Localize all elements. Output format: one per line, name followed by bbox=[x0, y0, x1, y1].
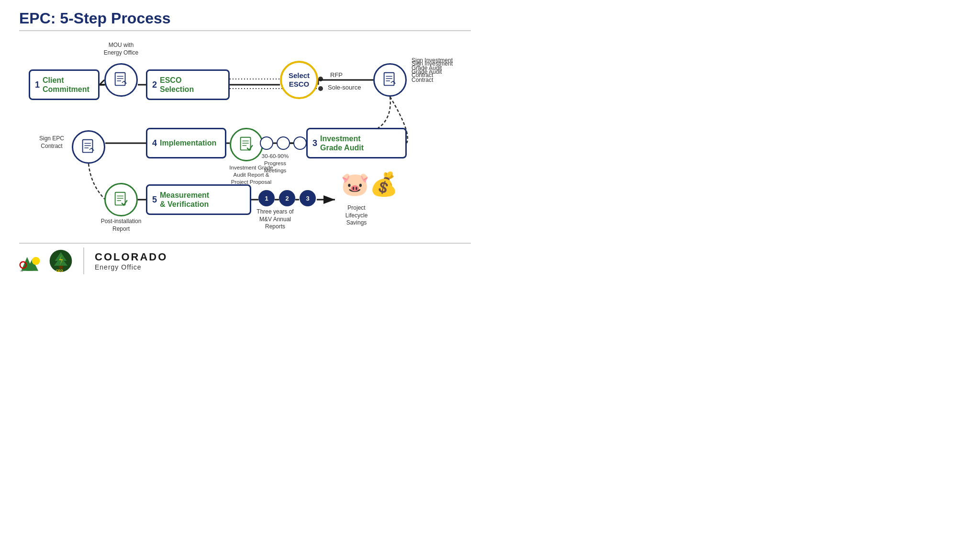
footer-colorado-text: COLORADO bbox=[95, 251, 167, 263]
step4-num: 4 bbox=[152, 139, 157, 147]
mou-circle bbox=[104, 63, 138, 97]
mv-year-2-circle: 2 bbox=[279, 190, 295, 206]
label-sign-epc: Sign EPCContract bbox=[33, 135, 71, 150]
colorado-flag-icon: TM bbox=[19, 249, 43, 273]
label-three-years: Three years ofM&V AnnualReports bbox=[254, 208, 297, 231]
label-rfp: RFP bbox=[330, 71, 343, 79]
mv-year-1-circle: 1 bbox=[258, 190, 275, 206]
svg-rect-30 bbox=[384, 73, 394, 86]
svg-rect-40 bbox=[241, 137, 251, 150]
svg-point-9 bbox=[318, 77, 323, 81]
step3-box: 3 InvestmentGrade Audit bbox=[306, 128, 407, 158]
label-sole-source: Sole-source bbox=[328, 84, 361, 92]
ceo-logo-icon: CEO bbox=[49, 249, 73, 273]
step3-label: InvestmentGrade Audit bbox=[320, 134, 364, 152]
footer-energy-office-text: Energy Office bbox=[95, 263, 167, 271]
progress-node-3 bbox=[293, 136, 307, 150]
progress-node-1 bbox=[260, 136, 273, 150]
label-mou: MOU withEnergy Office bbox=[100, 42, 143, 56]
top-divider bbox=[19, 30, 471, 31]
step2-label: ESCOSelection bbox=[160, 76, 194, 94]
step1-num: 1 bbox=[35, 80, 40, 89]
step2-num: 2 bbox=[152, 80, 157, 89]
sign-epc-doc-icon bbox=[79, 138, 98, 156]
step1-label: ClientCommitment bbox=[43, 76, 89, 94]
step3-num: 3 bbox=[312, 139, 317, 147]
svg-point-10 bbox=[318, 86, 323, 91]
step5-label: Measurement& Verification bbox=[160, 191, 209, 209]
svg-rect-25 bbox=[115, 73, 125, 86]
svg-rect-57 bbox=[59, 266, 63, 269]
post-install-doc-icon bbox=[112, 191, 130, 209]
label-progress-meetings: 30-60-90%ProgressMeetings bbox=[254, 153, 297, 174]
piggy-bank-icon: 🐷💰 bbox=[341, 171, 398, 198]
svg-text:CEO: CEO bbox=[56, 269, 63, 272]
svg-rect-35 bbox=[83, 140, 93, 153]
step4-label: Implementation bbox=[160, 138, 216, 147]
page-title: EPC: 5-Step Process bbox=[19, 10, 471, 27]
step4-box: 4 Implementation bbox=[146, 128, 226, 158]
progress-node-2 bbox=[277, 136, 290, 150]
step1-box: 1 ClientCommitment bbox=[29, 69, 100, 100]
footer-brand: COLORADO Energy Office bbox=[95, 251, 167, 271]
label-savings: ProjectLifecycleSavings bbox=[335, 204, 378, 227]
sign-iga-circle bbox=[373, 63, 407, 97]
mv-year-3-circle: 3 bbox=[300, 190, 316, 206]
step5-num: 5 bbox=[152, 195, 157, 204]
footer: TM CEO COLORADO Energy Office bbox=[19, 244, 471, 274]
step2-box: 2 ESCOSelection bbox=[146, 69, 230, 100]
label-post-install: Post-installationReport bbox=[95, 218, 147, 233]
step5-box: 5 Measurement& Verification bbox=[146, 184, 251, 215]
svg-line-2 bbox=[100, 80, 104, 85]
svg-rect-44 bbox=[115, 192, 125, 205]
svg-point-51 bbox=[32, 257, 40, 265]
label-sign-iga-contract: Sign InvestmentGrade AuditContract bbox=[412, 60, 474, 84]
select-esco-circle: SelectESCO bbox=[280, 61, 318, 99]
sign-iga-doc-icon bbox=[381, 71, 399, 89]
sign-epc-circle bbox=[72, 130, 105, 164]
footer-divider bbox=[83, 248, 84, 274]
diagram: MOU withEnergy Office Sign InvestmentGra… bbox=[19, 37, 471, 238]
document-icon bbox=[112, 71, 130, 89]
page: EPC: 5-Step Process bbox=[0, 0, 490, 279]
post-install-circle bbox=[104, 183, 138, 216]
iga-report-doc-icon bbox=[237, 135, 256, 154]
svg-text:TM: TM bbox=[20, 270, 23, 272]
